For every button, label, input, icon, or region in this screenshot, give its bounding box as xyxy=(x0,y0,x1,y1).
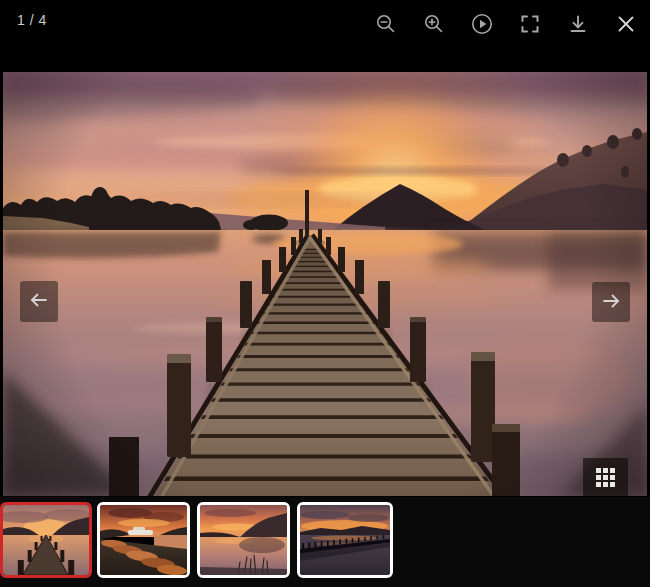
thumbnail-3-image xyxy=(200,505,287,575)
arrow-left-icon xyxy=(28,289,50,314)
arrow-right-icon xyxy=(600,290,622,315)
thumbnail-strip xyxy=(0,497,650,587)
lightbox: 1 / 4 xyxy=(0,0,650,587)
zoom-out-button[interactable] xyxy=(362,0,410,47)
main-photo xyxy=(3,72,647,496)
toggle-thumbnails-button[interactable] xyxy=(583,458,628,496)
thumbnail-2[interactable] xyxy=(97,502,190,578)
slide-counter: 1 / 4 xyxy=(17,0,47,40)
zoom-in-button[interactable] xyxy=(410,0,458,47)
thumbnail-1[interactable] xyxy=(0,502,92,578)
thumbnail-4[interactable] xyxy=(297,502,393,578)
thumbnail-1-image xyxy=(3,505,89,575)
fullscreen-button[interactable] xyxy=(506,0,554,47)
thumbnail-2-image xyxy=(100,505,187,575)
autoplay-icon xyxy=(470,12,494,36)
toolbar-buttons xyxy=(362,0,650,47)
autoplay-button[interactable] xyxy=(458,0,506,47)
thumbnail-4-image xyxy=(300,505,390,575)
toolbar: 1 / 4 xyxy=(0,0,650,47)
next-slide-button[interactable] xyxy=(592,282,630,322)
close-button[interactable] xyxy=(602,0,650,47)
zoom-in-icon xyxy=(422,12,446,36)
zoom-out-icon xyxy=(374,12,398,36)
current-slide xyxy=(3,72,647,496)
close-icon xyxy=(614,12,638,36)
download-icon xyxy=(566,12,590,36)
grid-icon xyxy=(596,468,615,487)
prev-slide-button[interactable] xyxy=(20,281,58,322)
fullscreen-icon xyxy=(518,12,542,36)
thumbnail-3[interactable] xyxy=(197,502,290,578)
download-button[interactable] xyxy=(554,0,602,47)
